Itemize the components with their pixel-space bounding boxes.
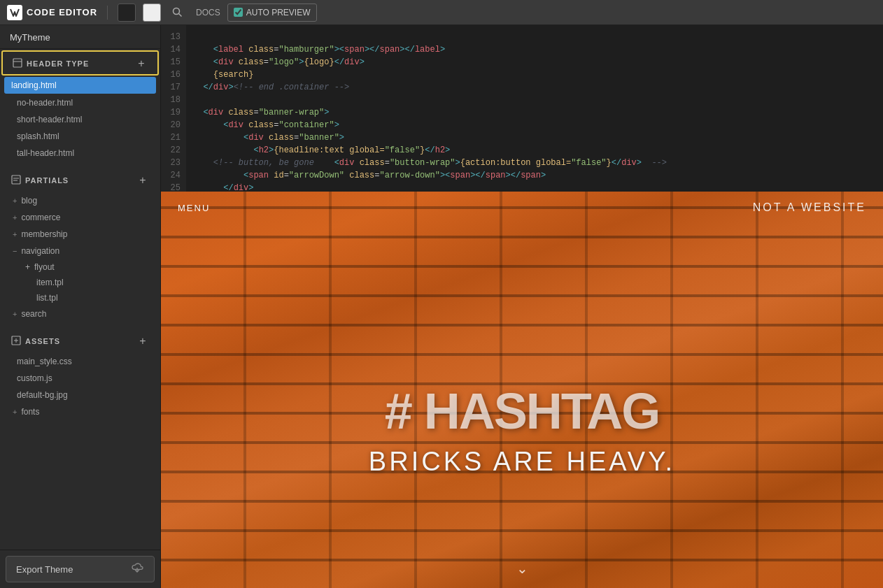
partial-navigation[interactable]: − navigation xyxy=(0,243,160,259)
theme-name: MyTheme xyxy=(0,25,160,49)
header-type-icon xyxy=(13,58,22,70)
partial-commerce-label: commerce xyxy=(21,213,60,222)
white-square-btn[interactable] xyxy=(143,3,161,22)
preview-center-text: # HASHTAG BRICKS ARE HEAVY. xyxy=(161,382,883,477)
partials-section: PARTIALS + xyxy=(0,167,160,192)
header-type-label: HEADER TYPE xyxy=(27,59,89,68)
partial-fonts-label: fonts xyxy=(21,407,39,417)
partial-blog-label: blog xyxy=(21,196,37,206)
asset-custom-js[interactable]: custom.js xyxy=(0,370,160,387)
asset-main-style-css[interactable]: main_style.css xyxy=(0,353,160,370)
partials-add-btn[interactable]: + xyxy=(136,174,149,187)
assets-section: ASSETS + xyxy=(0,328,160,353)
partial-fonts[interactable]: + fonts xyxy=(0,403,160,420)
preview-background: MENU NOT A WEBSITE # HASHTAG BRICKS ARE … xyxy=(161,192,883,588)
preview-tagline: BRICKS ARE HEAVY. xyxy=(161,447,883,477)
partials-header: PARTIALS xyxy=(11,175,69,187)
top-bar: CODE EDITOR DOCS AUTO PREVIEW xyxy=(0,0,883,25)
fonts-expand-icon: + xyxy=(13,408,17,416)
partial-flyout-label: flyout xyxy=(34,262,55,272)
partial-membership[interactable]: + membership xyxy=(0,226,160,243)
navigation-collapse-icon: − xyxy=(13,247,17,255)
partial-navigation-label: navigation xyxy=(21,246,59,256)
file-tall-header-html[interactable]: tall-header.html xyxy=(0,145,160,162)
asset-default-bg-jpg[interactable]: default-bg.jpg xyxy=(0,387,160,403)
file-list-tpl[interactable]: list.tpl xyxy=(0,290,160,306)
app-logo: CODE EDITOR xyxy=(7,5,97,20)
partial-search[interactable]: + search xyxy=(0,306,160,322)
export-theme-button[interactable]: Export Theme xyxy=(6,556,155,582)
assets-header: ASSETS xyxy=(11,336,60,347)
partial-search-label: search xyxy=(21,309,46,319)
assets-add-btn[interactable]: + xyxy=(136,335,149,347)
preview-menu-label: MENU xyxy=(178,203,210,213)
code-editor[interactable]: 13141516171819202122232425262728 <label … xyxy=(161,25,883,192)
auto-preview-toggle[interactable]: AUTO PREVIEW xyxy=(227,3,317,22)
line-numbers: 13141516171819202122232425262728 xyxy=(161,25,186,192)
partial-flyout[interactable]: + flyout xyxy=(0,259,160,275)
header-files-list: landing.html no-header.html short-header… xyxy=(0,77,160,162)
svg-line-1 xyxy=(178,14,181,17)
preview-site-title: NOT A WEBSITE xyxy=(753,201,866,214)
auto-preview-checkbox[interactable] xyxy=(234,8,243,17)
preview-area: MENU NOT A WEBSITE # HASHTAG BRICKS ARE … xyxy=(161,192,883,588)
partial-commerce[interactable]: + commerce xyxy=(0,209,160,226)
partials-icon xyxy=(11,175,21,187)
search-expand-icon: + xyxy=(13,310,17,318)
sidebar-footer: Export Theme xyxy=(0,550,160,588)
auto-preview-label: AUTO PREVIEW xyxy=(246,8,311,17)
black-square-btn[interactable] xyxy=(118,3,136,22)
flyout-expand-icon: + xyxy=(25,262,30,272)
code-content[interactable]: <label class="hamburger"><span></span></… xyxy=(186,25,883,192)
sidebar: MyTheme HEADER TYPE + landing.html xyxy=(0,25,161,588)
app-title: CODE EDITOR xyxy=(27,7,97,17)
preview-header: MENU NOT A WEBSITE xyxy=(161,192,883,224)
svg-rect-2 xyxy=(13,59,22,67)
partial-blog[interactable]: + blog xyxy=(0,192,160,209)
separator xyxy=(107,6,108,20)
assets-icon xyxy=(11,336,21,347)
assets-label: ASSETS xyxy=(25,337,60,345)
file-no-header-html[interactable]: no-header.html xyxy=(0,94,160,111)
membership-expand-icon: + xyxy=(13,230,17,238)
blog-expand-icon: + xyxy=(13,196,17,205)
preview-hashtag: # HASHTAG xyxy=(161,382,883,440)
header-type-header: HEADER TYPE xyxy=(13,58,89,70)
sidebar-scroll[interactable]: HEADER TYPE + landing.html no-header.htm… xyxy=(0,49,160,550)
partials-label: PARTIALS xyxy=(25,176,69,185)
cloud-upload-icon xyxy=(130,562,144,576)
logo-icon xyxy=(7,5,22,20)
file-splash-html[interactable]: splash.html xyxy=(0,128,160,145)
search-icon[interactable] xyxy=(168,3,186,22)
file-landing-html[interactable]: landing.html xyxy=(4,77,156,94)
main-area: MyTheme HEADER TYPE + landing.html xyxy=(0,25,883,588)
header-type-add-btn[interactable]: + xyxy=(135,57,148,70)
commerce-expand-icon: + xyxy=(13,213,17,222)
file-short-header-html[interactable]: short-header.html xyxy=(0,111,160,128)
svg-point-0 xyxy=(173,8,179,15)
file-item-tpl[interactable]: item.tpl xyxy=(0,275,160,290)
editor-area: 13141516171819202122232425262728 <label … xyxy=(161,25,883,588)
header-type-section: HEADER TYPE + xyxy=(1,50,159,76)
export-theme-label: Export Theme xyxy=(16,564,73,575)
partial-membership-label: membership xyxy=(21,229,67,239)
docs-link[interactable]: DOCS xyxy=(196,8,220,17)
svg-rect-4 xyxy=(12,175,20,184)
preview-arrow-icon: ⌄ xyxy=(516,560,528,577)
